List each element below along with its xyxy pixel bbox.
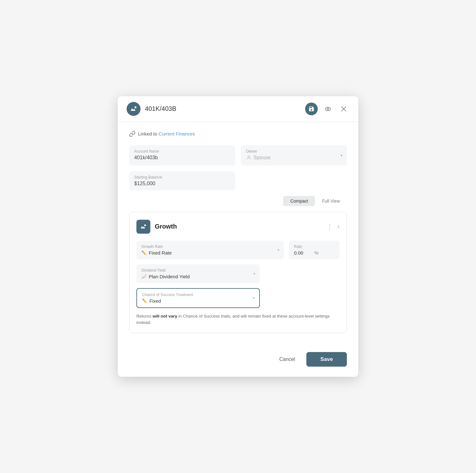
owner-avatar-icon bbox=[246, 155, 252, 161]
save-button[interactable]: Save bbox=[306, 352, 347, 367]
header-actions bbox=[305, 103, 349, 115]
preview-button[interactable] bbox=[322, 103, 334, 115]
growth-rate-row: Growth Rate ✏️ Fixed Rate ▾ Rate % bbox=[136, 241, 340, 259]
logo-icon bbox=[130, 105, 137, 113]
svg-point-1 bbox=[325, 107, 331, 110]
growth-header-actions: ⋮ ‹ bbox=[327, 223, 340, 230]
link-icon bbox=[129, 131, 135, 137]
modal-container: 401K/403B bbox=[118, 96, 358, 377]
growth-card-header: Growth ⋮ ‹ bbox=[136, 220, 340, 234]
three-dot-menu[interactable]: ⋮ bbox=[327, 223, 333, 230]
rate-input[interactable] bbox=[294, 250, 313, 255]
info-text-bold: will not vary bbox=[153, 314, 177, 318]
compact-view-button[interactable]: Compact bbox=[283, 196, 315, 206]
growth-icon bbox=[140, 223, 147, 230]
dividend-yield-dropdown-arrow: ▾ bbox=[254, 272, 255, 276]
linked-label: Linked to Current Finances bbox=[138, 131, 195, 136]
dividend-yield-value: 📈 Plan Dividend Yield bbox=[141, 274, 255, 279]
modal-header: 401K/403B bbox=[118, 96, 358, 122]
growth-icon-box bbox=[136, 220, 150, 234]
account-name-value: 401k/403b bbox=[134, 155, 230, 161]
starting-balance-field: Starting Balance $125,000 bbox=[129, 171, 235, 190]
view-toggle-row: Compact Full View bbox=[129, 196, 347, 206]
linked-finances-link[interactable]: Current Finances bbox=[159, 131, 195, 136]
svg-point-6 bbox=[144, 224, 146, 226]
growth-card-title: Growth bbox=[155, 223, 327, 230]
modal-footer: Cancel Save bbox=[118, 352, 358, 377]
dividend-yield-row: Dividend Yield 📈 Plan Dividend Yield ▾ bbox=[136, 264, 340, 283]
account-owner-row: Account Name 401k/403b Owner Spouse ▾ bbox=[129, 145, 347, 166]
close-button[interactable] bbox=[338, 103, 349, 115]
growth-rate-value: ✏️ Fixed Rate bbox=[141, 250, 279, 255]
close-icon bbox=[340, 105, 347, 112]
full-view-button[interactable]: Full View bbox=[315, 196, 347, 206]
starting-balance-value: $125,000 bbox=[134, 181, 230, 186]
cos-dropdown-arrow: ▾ bbox=[253, 296, 255, 300]
modal-title: 401K/403B bbox=[145, 105, 305, 112]
owner-field[interactable]: Owner Spouse ▾ bbox=[241, 145, 347, 166]
dividend-yield-field[interactable]: Dividend Yield 📈 Plan Dividend Yield ▾ bbox=[136, 264, 260, 283]
growth-rate-dropdown-arrow: ▾ bbox=[278, 248, 279, 252]
owner-dropdown-arrow: ▾ bbox=[341, 153, 342, 158]
pencil-icon-cos: ✏️ bbox=[142, 299, 147, 303]
eye-icon bbox=[324, 105, 331, 112]
growth-rate-field[interactable]: Growth Rate ✏️ Fixed Rate ▾ bbox=[136, 241, 284, 259]
save-icon bbox=[308, 106, 315, 112]
rate-input-row: % bbox=[294, 250, 335, 255]
info-text: Returns will not vary in Chance of Succe… bbox=[136, 313, 340, 326]
cancel-button[interactable]: Cancel bbox=[273, 353, 301, 365]
chart-icon: 📈 bbox=[141, 274, 147, 279]
rate-percent-symbol: % bbox=[314, 250, 318, 255]
linked-row: Linked to Current Finances bbox=[129, 131, 347, 137]
rate-field: Rate % bbox=[289, 241, 340, 259]
app-logo bbox=[127, 102, 141, 116]
growth-card: Growth ⋮ ‹ Growth Rate ✏️ Fixed Rate ▾ bbox=[129, 212, 347, 333]
pencil-icon: ✏️ bbox=[141, 250, 147, 255]
chance-of-success-field[interactable]: Chance of Success Treatment ✏️ Fixed ▾ bbox=[136, 288, 260, 308]
account-name-field: Account Name 401k/403b bbox=[129, 145, 235, 166]
header-save-button[interactable] bbox=[305, 103, 318, 115]
svg-point-2 bbox=[327, 108, 329, 110]
modal-body: Linked to Current Finances Account Name … bbox=[118, 122, 358, 352]
starting-balance-row: Starting Balance $125,000 bbox=[129, 171, 347, 190]
collapse-button[interactable]: ‹ bbox=[338, 223, 340, 230]
chance-of-success-row: Chance of Success Treatment ✏️ Fixed ▾ bbox=[136, 288, 340, 308]
owner-value: Spouse bbox=[246, 155, 271, 161]
svg-point-5 bbox=[248, 156, 250, 158]
chance-of-success-value: ✏️ Fixed bbox=[142, 298, 254, 304]
svg-point-0 bbox=[135, 106, 136, 108]
